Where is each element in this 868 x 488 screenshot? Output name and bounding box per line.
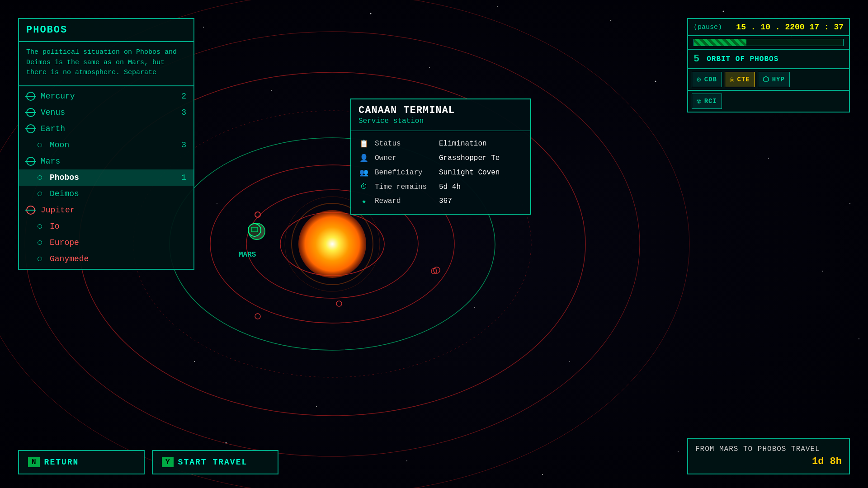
- earth-name: Earth: [41, 124, 186, 133]
- svg-point-23: [280, 212, 384, 276]
- moon-icon: [35, 141, 44, 150]
- planet-item-mercury[interactable]: Mercury 2: [19, 88, 193, 104]
- svg-point-40: [336, 301, 342, 306]
- left-panel: PHOBOS The political situation on Phobos…: [18, 18, 194, 270]
- svg-rect-43: [251, 227, 258, 232]
- detail-row-time: ⏱ Time remains 5d 4h: [359, 180, 523, 194]
- top-right-panel: (pause) 15 . 10 . 2200 17 : 37 5 ORBIT O…: [687, 18, 850, 113]
- orbit-label: ORBIT OF PHOBOS: [707, 55, 778, 63]
- svg-point-22: [474, 307, 475, 308]
- planet-item-phobos[interactable]: Phobos 1: [19, 169, 193, 186]
- cdb-icon: ⚙: [697, 75, 702, 84]
- io-icon: [35, 222, 44, 231]
- hyp-button[interactable]: ⬡ HYP: [758, 72, 790, 87]
- moon-count: 3: [181, 141, 186, 150]
- venus-name: Venus: [41, 108, 181, 117]
- canaan-header: CANAAN TERMINAL Service station: [351, 99, 530, 131]
- deimos-name: Deimos: [50, 189, 186, 198]
- svg-point-2: [497, 6, 498, 7]
- svg-point-36: [431, 268, 437, 274]
- svg-point-1: [370, 13, 372, 14]
- progress-bar-row: [688, 36, 849, 50]
- svg-point-14: [194, 361, 195, 362]
- cdb-label: CDB: [704, 76, 717, 83]
- planet-item-venus[interactable]: Venus 3: [19, 104, 193, 121]
- phobos-icon: [35, 173, 44, 182]
- location-title: PHOBOS: [26, 24, 186, 36]
- planet-item-deimos[interactable]: Deimos: [19, 186, 193, 202]
- owner-label: Owner: [375, 154, 434, 162]
- status-icon: 📋: [359, 139, 369, 148]
- status-label: Status: [375, 140, 434, 148]
- travel-key: Y: [162, 457, 174, 467]
- svg-point-41: [255, 314, 260, 319]
- beneficiary-icon: 👥: [359, 168, 369, 177]
- svg-point-34: [255, 212, 260, 217]
- planet-item-moon[interactable]: Moon 3: [19, 137, 193, 153]
- jupiter-icon: [26, 206, 35, 215]
- svg-text:MARS: MARS: [239, 251, 256, 259]
- planet-item-io[interactable]: Io: [19, 218, 193, 235]
- svg-point-11: [849, 203, 850, 204]
- svg-point-20: [569, 361, 570, 362]
- reward-value: 367: [439, 197, 452, 205]
- progress-fill: [694, 39, 746, 46]
- return-button[interactable]: N RETURN: [18, 450, 145, 474]
- reward-icon: ★: [359, 197, 369, 206]
- planet-list: Mercury 2 Venus 3 Earth Moon 3 Mars: [19, 86, 193, 269]
- planet-item-earth[interactable]: Earth: [19, 121, 193, 137]
- start-travel-button[interactable]: Y START TRAVEL: [152, 450, 278, 474]
- reward-label: Reward: [375, 197, 434, 205]
- svg-point-12: [822, 271, 823, 272]
- location-header: PHOBOS: [19, 19, 193, 42]
- hyp-icon: ⬡: [763, 75, 769, 84]
- travel-route-title: FROM MARS TO PHOBOS TRAVEL: [695, 445, 842, 453]
- svg-point-4: [723, 11, 724, 12]
- time-value: 5d 4h: [439, 183, 461, 191]
- europe-icon: [35, 238, 44, 247]
- svg-point-3: [610, 20, 611, 21]
- svg-point-18: [678, 451, 679, 452]
- cdb-button[interactable]: ⚙ CDB: [692, 72, 722, 87]
- pause-label: (pause): [693, 23, 722, 31]
- planet-item-europe[interactable]: Europe: [19, 235, 193, 251]
- svg-point-13: [859, 338, 859, 339]
- svg-point-15: [226, 442, 227, 444]
- detail-row-reward: ★ Reward 367: [359, 194, 523, 208]
- travel-label: START TRAVEL: [178, 458, 248, 467]
- rci-row: ☢ RCI: [688, 91, 849, 112]
- io-name: Io: [50, 222, 186, 231]
- hyp-label: HYP: [772, 76, 785, 83]
- venus-icon: [26, 108, 35, 117]
- svg-point-16: [406, 460, 407, 461]
- cte-label: CTE: [737, 76, 750, 83]
- hud-buttons-row: ⚙ CDB ☠ CTE ⬡ HYP: [688, 69, 849, 91]
- orbit-number: 5: [693, 53, 699, 65]
- svg-point-10: [768, 158, 769, 159]
- canaan-details: 📋 Status Elimination 👤 Owner Grasshopper…: [351, 131, 530, 214]
- time-label: Time remains: [375, 183, 434, 191]
- venus-count: 3: [181, 108, 186, 117]
- return-key: N: [28, 457, 40, 467]
- deimos-icon: [35, 189, 44, 198]
- jupiter-name: Jupiter: [41, 206, 186, 215]
- canaan-terminal-popup: CANAAN TERMINAL Service station 📋 Status…: [350, 99, 531, 215]
- rci-button[interactable]: ☢ RCI: [692, 94, 722, 109]
- svg-point-8: [429, 67, 430, 68]
- canaan-title: CANAAN TERMINAL: [359, 105, 523, 116]
- planet-item-jupiter[interactable]: Jupiter: [19, 202, 193, 218]
- cte-icon: ☠: [730, 75, 735, 84]
- svg-point-31: [298, 210, 366, 278]
- planet-item-ganymede[interactable]: Ganymede: [19, 251, 193, 267]
- ganymede-icon: [35, 254, 44, 263]
- planet-item-mars[interactable]: Mars: [19, 153, 193, 169]
- orbit-row: 5 ORBIT OF PHOBOS: [688, 50, 849, 69]
- canaan-subtitle: Service station: [359, 117, 523, 125]
- svg-point-19: [316, 406, 317, 407]
- owner-value: Grasshopper Te: [439, 154, 500, 162]
- phobos-count: 1: [181, 173, 186, 182]
- svg-point-9: [655, 81, 656, 82]
- mars-name: Mars: [41, 157, 186, 166]
- svg-point-17: [542, 474, 543, 475]
- cte-button[interactable]: ☠ CTE: [725, 72, 755, 87]
